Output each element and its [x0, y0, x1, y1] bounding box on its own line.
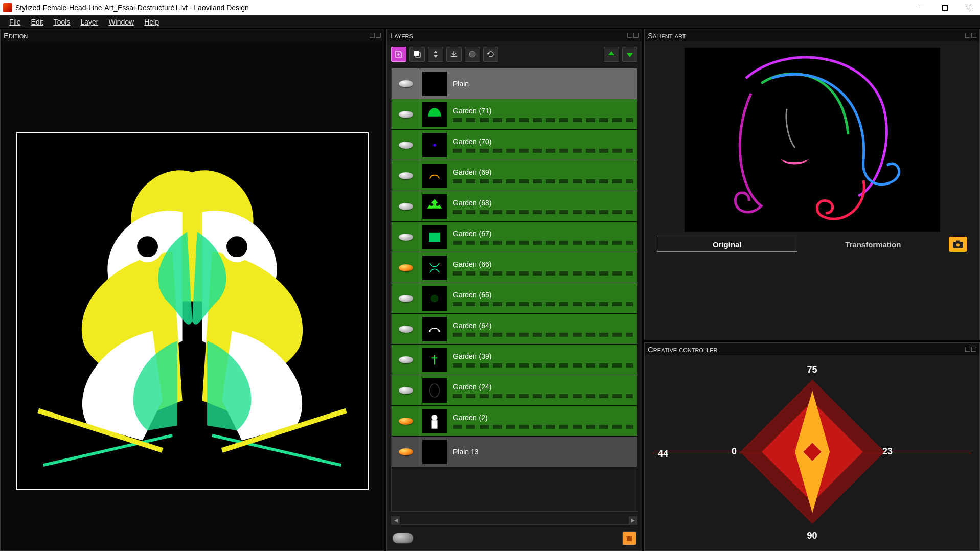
menu-file[interactable]: File [4, 16, 26, 28]
layer-row[interactable]: Plain 13 [392, 437, 637, 467]
salient-tab-transformation[interactable]: Transformation [804, 237, 943, 252]
panel-float-icon[interactable] [965, 33, 970, 38]
layer-row[interactable]: Garden (68) [392, 191, 637, 222]
layer-timeline-strip [453, 394, 633, 398]
layer-name-label: Garden (65) [453, 291, 633, 299]
layer-name-label: Garden (67) [453, 229, 633, 238]
layer-visibility-toggle[interactable] [392, 283, 420, 313]
panel-close-icon[interactable] [971, 33, 976, 38]
layer-visibility-toggle[interactable] [392, 99, 420, 129]
creative-diamond-control[interactable] [738, 378, 886, 528]
eye-icon [399, 172, 413, 179]
layer-visibility-toggle[interactable] [392, 437, 420, 467]
layer-row[interactable]: Garden (2) [392, 406, 637, 437]
window-close-button[interactable] [956, 0, 980, 15]
panel-float-icon[interactable] [627, 33, 632, 38]
window-minimize-button[interactable] [909, 0, 933, 15]
layer-row[interactable]: Garden (65) [392, 283, 637, 314]
layer-visibility-toggle[interactable] [392, 406, 420, 436]
layer-row[interactable]: Garden (24) [392, 375, 637, 406]
edition-canvas-area[interactable] [1, 41, 384, 550]
salient-snapshot-button[interactable] [949, 237, 967, 252]
layer-visibility-toggle[interactable] [392, 345, 420, 375]
layers-tool-refresh-button[interactable] [483, 47, 498, 62]
layer-thumbnail [422, 225, 447, 249]
layer-thumbnail [422, 133, 447, 157]
layer-visibility-toggle[interactable] [392, 222, 420, 252]
layer-name-label: Plain [453, 80, 633, 88]
creative-controller-panel-header[interactable]: Creative controller [645, 343, 979, 355]
layer-visibility-toggle[interactable] [392, 160, 420, 191]
salient-art-panel-header[interactable]: Salient art [645, 29, 979, 41]
layer-row[interactable]: Garden (64) [392, 314, 637, 345]
salient-tab-original[interactable]: Original [657, 237, 797, 252]
menu-edit[interactable]: Edit [26, 16, 49, 28]
layer-row[interactable]: Garden (67) [392, 222, 637, 252]
layer-timeline-strip [453, 210, 633, 214]
layer-visibility-toggle[interactable] [392, 191, 420, 221]
creative-value-bottom: 90 [807, 531, 817, 541]
eye-icon [399, 387, 413, 394]
svg-rect-15 [429, 232, 440, 241]
creative-controller-area[interactable]: 75 0 23 44 90 [645, 355, 979, 550]
panel-float-icon[interactable] [370, 33, 375, 38]
edition-canvas[interactable] [16, 132, 369, 490]
layer-thumbnail [422, 102, 447, 127]
svg-rect-24 [685, 48, 940, 232]
layer-visibility-toggle[interactable] [392, 314, 420, 344]
layers-tool-new-layer-button[interactable] [391, 47, 406, 62]
layers-tool-flatten-button[interactable] [446, 47, 462, 62]
layer-visibility-toggle[interactable] [392, 252, 420, 283]
layer-thumbnail [422, 348, 447, 372]
layers-move-down-button[interactable] [622, 47, 637, 62]
layer-row[interactable]: Garden (66) [392, 252, 637, 283]
edition-panel-header[interactable]: Edition [1, 29, 384, 41]
layers-list[interactable]: PlainGarden (71)Garden (70)Garden (69)Ga… [391, 68, 637, 512]
layer-visibility-toggle[interactable] [392, 130, 420, 160]
layers-move-up-button[interactable] [604, 47, 619, 62]
layer-name-label: Garden (39) [453, 352, 633, 360]
layer-timeline-strip [453, 241, 633, 245]
window-maximize-button[interactable] [933, 0, 956, 15]
eye-icon [399, 418, 413, 425]
panel-close-icon[interactable] [376, 33, 381, 38]
layer-thumbnail [422, 72, 447, 96]
layer-thumbnail [422, 256, 447, 280]
panel-close-icon[interactable] [633, 33, 639, 38]
menu-layer[interactable]: Layer [75, 16, 103, 28]
layers-tool-merge-button[interactable] [428, 47, 443, 62]
layer-row[interactable]: Plain [392, 68, 637, 99]
layers-horizontal-scrollbar[interactable]: ◀ ▶ [391, 516, 637, 525]
svg-rect-10 [451, 56, 457, 57]
layer-visibility-toggle[interactable] [392, 375, 420, 405]
eye-icon [399, 111, 413, 118]
svg-point-20 [432, 415, 438, 420]
layer-row[interactable]: Garden (69) [392, 160, 637, 191]
layer-row[interactable]: Garden (39) [392, 345, 637, 375]
layers-visibility-master-toggle[interactable] [392, 533, 414, 544]
panel-close-icon[interactable] [971, 347, 976, 352]
window-title: Stylized-Female-Head-Line-Art_Essai-Dest… [15, 4, 909, 12]
svg-point-18 [438, 330, 440, 332]
menu-window[interactable]: Window [103, 16, 139, 28]
layers-tool-fx-button[interactable] [465, 47, 480, 62]
salient-art-preview [685, 48, 940, 232]
layer-row[interactable]: Garden (71) [392, 99, 637, 130]
menu-help[interactable]: Help [139, 16, 164, 28]
menu-tools[interactable]: Tools [49, 16, 76, 28]
creative-value-top: 75 [807, 364, 817, 375]
layer-timeline-strip [453, 179, 633, 183]
scroll-left-arrow-icon[interactable]: ◀ [392, 516, 400, 524]
scroll-right-arrow-icon[interactable]: ▶ [629, 516, 637, 524]
creative-controller-panel: Creative controller 75 0 23 44 90 [644, 342, 980, 551]
layer-thumbnail [422, 378, 447, 403]
layer-row[interactable]: Garden (70) [392, 130, 637, 160]
layer-visibility-toggle[interactable] [392, 68, 420, 99]
svg-point-19 [430, 384, 439, 397]
panel-float-icon[interactable] [965, 347, 970, 352]
svg-point-13 [430, 203, 434, 206]
layers-tool-duplicate-button[interactable] [409, 47, 425, 62]
eye-icon [399, 326, 413, 333]
layers-delete-button[interactable] [622, 531, 636, 545]
layers-panel-header[interactable]: Layers [387, 29, 642, 41]
